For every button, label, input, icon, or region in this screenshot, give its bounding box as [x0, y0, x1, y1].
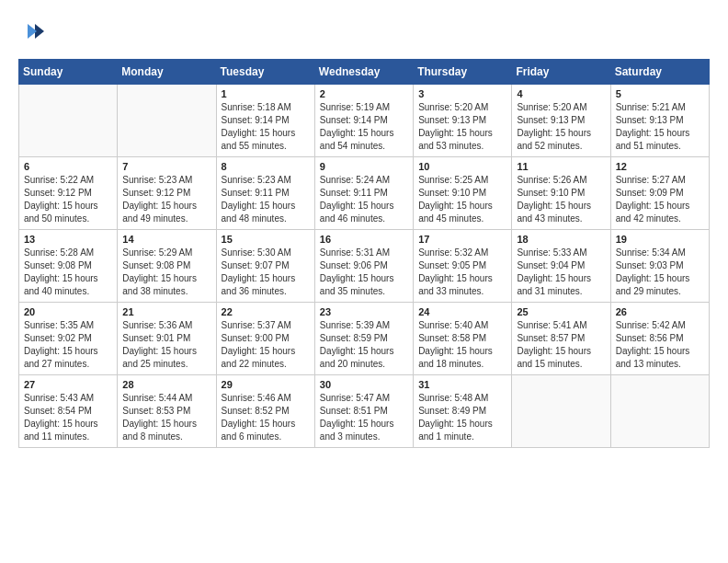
- day-cell: [610, 375, 709, 448]
- week-row-4: 20Sunrise: 5:35 AMSunset: 9:02 PMDayligh…: [19, 303, 710, 375]
- weekday-header-row: SundayMondayTuesdayWednesdayThursdayFrid…: [19, 60, 710, 85]
- day-info: Sunrise: 5:46 AMSunset: 8:52 PMDaylight:…: [222, 392, 310, 443]
- day-number: 16: [320, 234, 408, 245]
- day-cell: 1Sunrise: 5:18 AMSunset: 9:14 PMDaylight…: [216, 85, 314, 157]
- day-number: 23: [320, 306, 408, 317]
- day-number: 6: [24, 161, 112, 172]
- weekday-header-saturday: Saturday: [610, 60, 709, 85]
- day-cell: 6Sunrise: 5:22 AMSunset: 9:12 PMDaylight…: [19, 157, 118, 230]
- day-cell: [118, 85, 216, 157]
- day-number: 17: [418, 234, 506, 245]
- day-number: 15: [222, 234, 310, 245]
- day-cell: 29Sunrise: 5:46 AMSunset: 8:52 PMDayligh…: [216, 375, 314, 448]
- day-number: 10: [418, 161, 506, 172]
- day-cell: 21Sunrise: 5:36 AMSunset: 9:01 PMDayligh…: [118, 303, 216, 375]
- day-number: 25: [517, 306, 605, 317]
- weekday-header-tuesday: Tuesday: [216, 60, 314, 85]
- week-row-5: 27Sunrise: 5:43 AMSunset: 8:54 PMDayligh…: [19, 375, 710, 448]
- day-number: 31: [418, 379, 506, 390]
- day-info: Sunrise: 5:33 AMSunset: 9:04 PMDaylight:…: [517, 247, 605, 298]
- day-cell: 24Sunrise: 5:40 AMSunset: 8:58 PMDayligh…: [414, 303, 512, 375]
- week-row-1: 1Sunrise: 5:18 AMSunset: 9:14 PMDaylight…: [19, 85, 710, 157]
- day-info: Sunrise: 5:40 AMSunset: 8:58 PMDaylight:…: [418, 319, 506, 371]
- day-number: 30: [320, 379, 408, 390]
- day-number: 21: [122, 306, 210, 317]
- day-cell: 10Sunrise: 5:25 AMSunset: 9:10 PMDayligh…: [414, 157, 512, 230]
- day-number: 4: [517, 88, 605, 99]
- logo: [18, 18, 48, 44]
- day-cell: 17Sunrise: 5:32 AMSunset: 9:05 PMDayligh…: [414, 230, 512, 303]
- day-number: 27: [24, 379, 112, 390]
- day-info: Sunrise: 5:27 AMSunset: 9:09 PMDaylight:…: [616, 174, 704, 225]
- day-number: 11: [517, 161, 605, 172]
- day-number: 8: [222, 161, 310, 172]
- day-cell: 20Sunrise: 5:35 AMSunset: 9:02 PMDayligh…: [19, 303, 118, 375]
- day-number: 12: [616, 161, 704, 172]
- day-info: Sunrise: 5:23 AMSunset: 9:12 PMDaylight:…: [122, 174, 210, 225]
- day-info: Sunrise: 5:28 AMSunset: 9:08 PMDaylight:…: [24, 247, 112, 298]
- day-number: 22: [222, 306, 310, 317]
- day-number: 29: [222, 379, 310, 390]
- day-cell: [512, 375, 610, 448]
- day-number: 13: [24, 234, 112, 245]
- day-cell: 2Sunrise: 5:19 AMSunset: 9:14 PMDaylight…: [314, 85, 413, 157]
- day-info: Sunrise: 5:36 AMSunset: 9:01 PMDaylight:…: [122, 319, 210, 371]
- day-cell: 12Sunrise: 5:27 AMSunset: 9:09 PMDayligh…: [610, 157, 709, 230]
- day-cell: 13Sunrise: 5:28 AMSunset: 9:08 PMDayligh…: [19, 230, 118, 303]
- day-cell: 22Sunrise: 5:37 AMSunset: 9:00 PMDayligh…: [216, 303, 314, 375]
- day-number: 28: [122, 379, 210, 390]
- day-number: 19: [616, 234, 704, 245]
- day-info: Sunrise: 5:37 AMSunset: 9:00 PMDaylight:…: [222, 319, 310, 371]
- day-cell: 31Sunrise: 5:48 AMSunset: 8:49 PMDayligh…: [414, 375, 512, 448]
- day-cell: 16Sunrise: 5:31 AMSunset: 9:06 PMDayligh…: [314, 230, 413, 303]
- day-number: 18: [517, 234, 605, 245]
- calendar-table: SundayMondayTuesdayWednesdayThursdayFrid…: [18, 59, 710, 448]
- day-info: Sunrise: 5:20 AMSunset: 9:13 PMDaylight:…: [418, 101, 506, 153]
- day-cell: 18Sunrise: 5:33 AMSunset: 9:04 PMDayligh…: [512, 230, 610, 303]
- day-info: Sunrise: 5:42 AMSunset: 8:56 PMDaylight:…: [616, 319, 704, 371]
- day-info: Sunrise: 5:21 AMSunset: 9:13 PMDaylight:…: [616, 101, 704, 153]
- day-number: 9: [320, 161, 408, 172]
- day-info: Sunrise: 5:24 AMSunset: 9:11 PMDaylight:…: [320, 174, 408, 225]
- weekday-header-monday: Monday: [118, 60, 216, 85]
- logo-icon: [18, 18, 44, 44]
- day-info: Sunrise: 5:35 AMSunset: 9:02 PMDaylight:…: [24, 319, 112, 371]
- day-number: 3: [418, 88, 506, 99]
- day-number: 1: [222, 88, 310, 99]
- day-cell: 25Sunrise: 5:41 AMSunset: 8:57 PMDayligh…: [512, 303, 610, 375]
- day-cell: 3Sunrise: 5:20 AMSunset: 9:13 PMDaylight…: [414, 85, 512, 157]
- day-info: Sunrise: 5:19 AMSunset: 9:14 PMDaylight:…: [320, 101, 408, 153]
- day-number: 2: [320, 88, 408, 99]
- weekday-header-sunday: Sunday: [19, 60, 118, 85]
- day-cell: 27Sunrise: 5:43 AMSunset: 8:54 PMDayligh…: [19, 375, 118, 448]
- day-cell: 11Sunrise: 5:26 AMSunset: 9:10 PMDayligh…: [512, 157, 610, 230]
- day-info: Sunrise: 5:20 AMSunset: 9:13 PMDaylight:…: [517, 101, 605, 153]
- weekday-header-thursday: Thursday: [414, 60, 512, 85]
- week-row-3: 13Sunrise: 5:28 AMSunset: 9:08 PMDayligh…: [19, 230, 710, 303]
- day-info: Sunrise: 5:32 AMSunset: 9:05 PMDaylight:…: [418, 247, 506, 298]
- day-info: Sunrise: 5:31 AMSunset: 9:06 PMDaylight:…: [320, 247, 408, 298]
- page-header: [18, 18, 710, 44]
- day-cell: 8Sunrise: 5:23 AMSunset: 9:11 PMDaylight…: [216, 157, 314, 230]
- day-number: 20: [24, 306, 112, 317]
- day-cell: 15Sunrise: 5:30 AMSunset: 9:07 PMDayligh…: [216, 230, 314, 303]
- weekday-header-friday: Friday: [512, 60, 610, 85]
- day-cell: 30Sunrise: 5:47 AMSunset: 8:51 PMDayligh…: [314, 375, 413, 448]
- day-info: Sunrise: 5:43 AMSunset: 8:54 PMDaylight:…: [24, 392, 112, 443]
- day-cell: 5Sunrise: 5:21 AMSunset: 9:13 PMDaylight…: [610, 85, 709, 157]
- day-cell: 9Sunrise: 5:24 AMSunset: 9:11 PMDaylight…: [314, 157, 413, 230]
- day-info: Sunrise: 5:22 AMSunset: 9:12 PMDaylight:…: [24, 174, 112, 225]
- day-number: 24: [418, 306, 506, 317]
- day-cell: 28Sunrise: 5:44 AMSunset: 8:53 PMDayligh…: [118, 375, 216, 448]
- day-number: 5: [616, 88, 704, 99]
- day-info: Sunrise: 5:34 AMSunset: 9:03 PMDaylight:…: [616, 247, 704, 298]
- day-cell: 14Sunrise: 5:29 AMSunset: 9:08 PMDayligh…: [118, 230, 216, 303]
- day-info: Sunrise: 5:26 AMSunset: 9:10 PMDaylight:…: [517, 174, 605, 225]
- day-cell: 7Sunrise: 5:23 AMSunset: 9:12 PMDaylight…: [118, 157, 216, 230]
- day-number: 26: [616, 306, 704, 317]
- week-row-2: 6Sunrise: 5:22 AMSunset: 9:12 PMDaylight…: [19, 157, 710, 230]
- weekday-header-wednesday: Wednesday: [314, 60, 413, 85]
- day-info: Sunrise: 5:30 AMSunset: 9:07 PMDaylight:…: [222, 247, 310, 298]
- day-info: Sunrise: 5:41 AMSunset: 8:57 PMDaylight:…: [517, 319, 605, 371]
- day-info: Sunrise: 5:47 AMSunset: 8:51 PMDaylight:…: [320, 392, 408, 443]
